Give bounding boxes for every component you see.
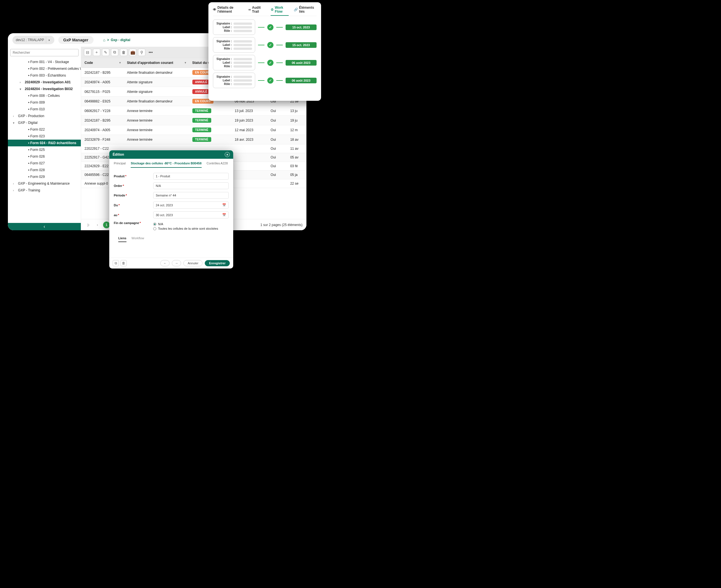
tab-links[interactable]: 🔗Éléments liés [294,6,316,14]
link-icon: ∞ [248,7,251,12]
label-produit: Produit* [114,174,153,178]
filter-icon[interactable]: ▼ [184,61,187,64]
th-code[interactable]: Code▼ [81,58,124,68]
status-badge: ANNULÉ [192,89,210,94]
tab-details[interactable]: 👁Détails de l'élément [213,6,243,14]
breadcrumb-path[interactable]: Gxp - digital [111,38,130,42]
radio-icon [153,227,156,230]
sidebar-item[interactable]: ›GXP - Training [8,187,81,194]
sidebar-item[interactable]: Form 029 [8,173,81,180]
sidebar-item[interactable]: Form 023 [8,133,81,140]
tab-workflow[interactable]: ♔Work Flow [271,6,289,16]
app-logo: GxP Manager [58,36,94,44]
sidebar-item[interactable]: ›GXP - Engineering & Maintenance [8,180,81,187]
pager-first[interactable]: |‹ [85,222,92,228]
search-input[interactable] [10,49,79,56]
th-appro[interactable]: Statut d'approbation courant▼ [124,58,189,68]
subtab-liens[interactable]: Liens [118,236,126,242]
pager-prev[interactable]: ‹ [94,222,101,228]
cancel-button[interactable]: Annuler [183,260,203,266]
toolbar-button[interactable]: ⧉ [111,49,118,56]
filter-icon[interactable]: ▼ [119,61,121,64]
sidebar-item[interactable]: ▾20248204 - Investigation B032 [8,86,81,92]
toolbar-button[interactable]: ⚲ [138,49,145,56]
toolbar-button[interactable]: ⊟ [84,49,91,56]
sidebar-item[interactable]: Form 001 - V4 - Stockage [8,59,81,65]
next-button[interactable]: → [172,260,181,266]
radio-fin-stockees[interactable]: Toutes les cellules de la série sont sto… [153,227,229,230]
home-icon[interactable]: ⌂ [103,38,105,42]
sidebar-item[interactable]: Form 028 [8,167,81,173]
input-order[interactable]: N/A [153,183,229,189]
sidebar-item[interactable]: Form 025 [8,146,81,153]
chevron-icon: › [13,182,17,185]
env-label: dev12 : TRIALAPP [16,38,44,42]
workflow-step: Signataire :Label :Rôle :✓06 août 2023 [213,72,316,88]
subtab-workflow[interactable]: Workflow [131,236,144,242]
workflow-card: Signataire :Label :Rôle : [213,72,255,88]
sidebar-item[interactable]: ›20240029 - Investigation A01 [8,79,81,86]
sidebar-item[interactable]: ›GXP - Production [8,112,81,119]
sidebar: Form 001 - V4 - StockageForm 002 - Prélè… [8,47,81,230]
label-au: au* [114,213,153,217]
workflow-card: Signataire :Label :Rôle : [213,19,255,35]
modal-title: Édition [112,152,124,156]
tab-audit[interactable]: ∞Audit Trail [248,6,265,14]
sidebar-item[interactable]: Form 009 [8,99,81,106]
eye-icon: 👁 [213,7,216,12]
modal-body: Produit* 1 - Produit Order* N/A Période*… [109,168,233,257]
toolbar-button[interactable]: 🗑 [120,49,127,56]
env-selector[interactable]: dev12 : TRIALAPP ▾ [13,36,54,44]
modal-tab-controles[interactable]: Contrôles A228 [207,162,228,168]
label-du: Du* [114,204,153,207]
toolbar-button[interactable]: ＋ [93,49,100,56]
table-row[interactable]: 20242187 - B295Annexe terminéeTERMINÉ19 … [81,116,306,125]
chevron-down-icon: ▾ [46,37,52,43]
sidebar-item[interactable]: ▾GXP - Digital [8,119,81,126]
workflow-step: Signataire :Label :Rôle :✓06 août 2023 [213,55,316,70]
modal-tab-principal[interactable]: Principal [114,162,126,168]
delete-icon[interactable]: 🗑 [121,260,127,266]
toolbar-button[interactable]: 💼 [129,49,136,56]
radio-fin-na[interactable]: N/A [153,223,229,226]
input-periode[interactable]: Semaine n° 44 [153,192,229,199]
input-au[interactable]: 30 oct. 2023📅 [153,211,229,218]
save-button[interactable]: Enregistrer [205,260,230,266]
toolbar-button[interactable]: ••• [147,49,154,56]
table-row[interactable]: 06062917 - Y228Annexe terminéeTERMINÉ13 … [81,106,306,116]
sidebar-item[interactable]: Form 022 [8,126,81,133]
close-icon[interactable]: ✕ [225,152,230,157]
modal-tab-stockage[interactable]: Stockage des cellules -80°C - Procédure … [131,162,201,168]
status-badge: TERMINÉ [192,137,211,142]
modal-header: Édition ✕ [109,150,233,159]
prev-button[interactable]: ← [160,260,169,266]
calendar-icon[interactable]: 📅 [222,213,226,217]
modal-tabs: Principal Stockage des cellules -80°C - … [109,159,233,168]
table-row[interactable]: 20232879 - F248Annexe terminéeTERMINÉ18 … [81,135,306,144]
table-row[interactable]: 20240974 - A005Annexe terminéeTERMINÉ12 … [81,125,306,135]
chevron-icon: ▾ [20,87,24,91]
workflow-date: 06 août 2023 [286,78,316,83]
sidebar-collapse[interactable]: ‹ [8,223,81,230]
sidebar-item[interactable]: Form 026 [8,153,81,160]
breadcrumb: ⌂ > Gxp - digital [103,38,130,42]
sidebar-item[interactable]: Form 010 [8,106,81,112]
check-icon: ✓ [267,24,273,30]
radio-icon [153,223,156,226]
sidebar-item[interactable]: Form 008 - Cellules [8,92,81,99]
copy-icon[interactable]: ⧉ [112,260,119,266]
toolbar-button[interactable]: ✎ [102,49,109,56]
input-produit[interactable]: 1 - Produit [153,173,229,180]
check-icon: ✓ [267,42,273,48]
label-periode: Période* [114,194,153,197]
workflow-step: Signataire :Label :Rôle :✓15 oct. 2023 [213,37,316,52]
input-du[interactable]: 24 oct. 2023📅 [153,202,229,209]
chevron-icon: › [13,114,17,118]
flow-icon: ♔ [271,7,274,12]
sidebar-item[interactable]: Form 024 - R&D échantillons [8,140,81,146]
pager-current[interactable]: 1 [103,222,110,228]
sidebar-item[interactable]: Form 002 - Prélèvement cellules W597 [8,65,81,72]
sidebar-item[interactable]: Form 003 - Échantillons [8,72,81,79]
calendar-icon[interactable]: 📅 [222,203,226,207]
sidebar-item[interactable]: Form 027 [8,160,81,167]
